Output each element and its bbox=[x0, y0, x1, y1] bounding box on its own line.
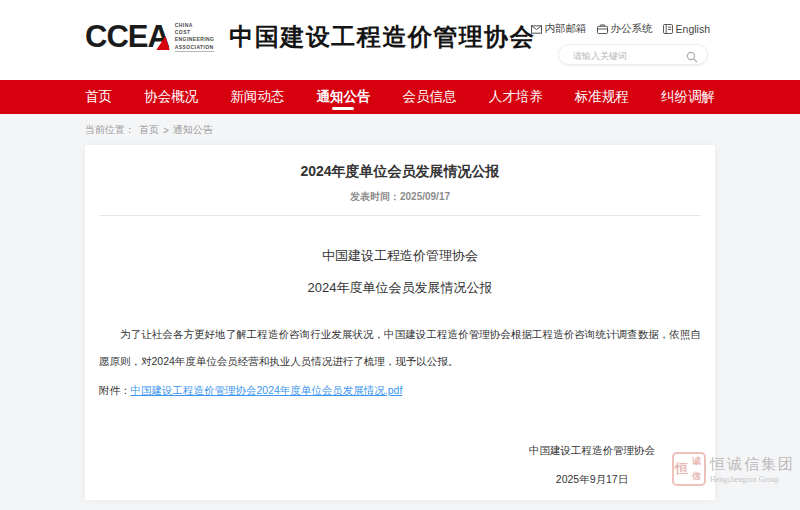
article-card: 2024年度单位会员发展情况公报 发表时间：2025/09/17 中国建设工程造… bbox=[85, 145, 715, 500]
nav-item-about[interactable]: 协会概况 bbox=[144, 80, 198, 114]
header-utilities: 内部邮箱 办公系统 English bbox=[558, 22, 710, 65]
search-icon[interactable] bbox=[686, 49, 698, 67]
signature-block: 中国建设工程造价管理协会 2025年9月17日 bbox=[99, 444, 701, 487]
link-office-system[interactable]: 办公系统 bbox=[597, 22, 653, 36]
attachment-pdf-link[interactable]: 中国建设工程造价管理协会2024年度单位会员发展情况.pdf bbox=[131, 384, 403, 396]
breadcrumb-home-link[interactable]: 首页 bbox=[139, 123, 159, 137]
site-title: 中国建设工程造价管理协会 bbox=[229, 20, 535, 54]
breadcrumb-current[interactable]: 通知公告 bbox=[173, 123, 213, 137]
nav-item-home[interactable]: 首页 bbox=[85, 80, 112, 114]
nav-item-standards[interactable]: 标准规程 bbox=[575, 80, 629, 114]
nav-item-mediation[interactable]: 纠纷调解 bbox=[661, 80, 715, 114]
link-english[interactable]: English bbox=[663, 23, 710, 35]
attachment-label: 附件： bbox=[99, 384, 131, 396]
search-input[interactable] bbox=[571, 47, 683, 66]
article-publish-date: 发表时间：2025/09/17 bbox=[99, 190, 701, 204]
nav-item-news[interactable]: 新闻动态 bbox=[230, 80, 284, 114]
quick-link-label: 办公系统 bbox=[611, 22, 653, 36]
search-box bbox=[558, 44, 708, 65]
signature-org: 中国建设工程造价管理协会 bbox=[529, 444, 655, 458]
article-title: 2024年度单位会员发展情况公报 bbox=[99, 145, 701, 181]
breadcrumb: 当前位置： 首页 > 通知公告 bbox=[85, 114, 715, 145]
office-icon bbox=[597, 24, 608, 34]
document-org-heading: 中国建设工程造价管理协会 bbox=[99, 247, 701, 265]
attachment-row: 附件：中国建设工程造价管理协会2024年度单位会员发展情况.pdf bbox=[99, 384, 701, 398]
breadcrumb-separator: > bbox=[163, 125, 169, 136]
nav-item-notices[interactable]: 通知公告 bbox=[316, 80, 370, 114]
main-nav: 首页 协会概况 新闻动态 通知公告 会员信息 人才培养 标准规程 纠纷调解 bbox=[0, 80, 800, 114]
link-internal-mailbox[interactable]: 内部邮箱 bbox=[531, 22, 587, 36]
quick-links: 内部邮箱 办公系统 English bbox=[558, 22, 710, 36]
nav-item-training[interactable]: 人才培养 bbox=[489, 80, 543, 114]
breadcrumb-label: 当前位置： bbox=[85, 123, 135, 137]
signature-date: 2025年9月17日 bbox=[529, 473, 655, 487]
watermark-cn-text: 恒诚信集团 bbox=[710, 455, 795, 474]
title-divider bbox=[99, 215, 701, 216]
quick-link-label: English bbox=[676, 23, 710, 35]
mail-icon bbox=[531, 25, 542, 34]
quick-link-label: 内部邮箱 bbox=[545, 22, 587, 36]
language-icon bbox=[663, 24, 673, 34]
logo-acronym: CCEA bbox=[85, 21, 169, 52]
nav-item-members[interactable]: 会员信息 bbox=[403, 80, 457, 114]
site-logo[interactable]: CCEA CHINA COST ENGINEERING ASSOCIATION … bbox=[85, 20, 535, 54]
document-title-heading: 2024年度单位会员发展情况公报 bbox=[99, 279, 701, 297]
article-body-paragraph: 为了让社会各方更好地了解工程造价咨询行业发展状况，中国建设工程造价管理协会根据工… bbox=[99, 321, 701, 375]
watermark-en-text: Hengchengxin Group bbox=[710, 475, 795, 484]
logo-subtext: CHINA COST ENGINEERING ASSOCIATION bbox=[175, 22, 214, 52]
site-header: CCEA CHINA COST ENGINEERING ASSOCIATION … bbox=[0, 0, 800, 80]
